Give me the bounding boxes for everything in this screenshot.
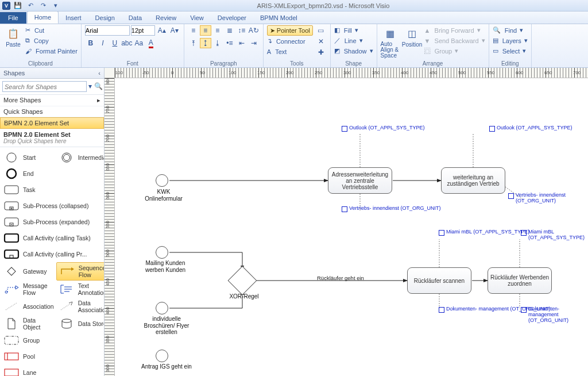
copy-button[interactable]: ⧉ Copy <box>25 36 78 45</box>
fill-button[interactable]: ◧ Fill ▾ <box>334 25 373 35</box>
align-left-button[interactable]: ≡ <box>188 25 199 36</box>
select-button[interactable]: ▭ Select ▾ <box>493 46 528 56</box>
group-button[interactable]: ⿴ Group ▾ <box>424 46 485 56</box>
position-button[interactable]: ◫Position <box>403 25 422 48</box>
task-weiterleitung[interactable]: weiterleitung an zuständigen Vertrieb <box>441 167 505 194</box>
shape-data-association[interactable]: Data Association <box>56 298 104 315</box>
align-justify-button[interactable]: ≣ <box>224 25 235 36</box>
align-center-button[interactable]: ≡ <box>200 25 211 36</box>
redo-icon[interactable]: ↷ <box>38 1 48 10</box>
shape-callactivity-task[interactable]: Call Activity (calling Task) <box>1 230 104 246</box>
tab-developer[interactable]: Developer <box>211 12 253 24</box>
text-tool-button[interactable]: A Text <box>267 47 313 56</box>
pointer-tool-button[interactable]: ➤Pointer Tool <box>267 25 313 36</box>
tab-insert[interactable]: Insert <box>59 12 88 24</box>
shape-gateway[interactable]: Gateway <box>1 262 56 281</box>
decrease-indent-button[interactable]: ⇤ <box>236 38 247 48</box>
svg-line-20 <box>6 303 17 310</box>
task-ruecklaufer-zuordnen[interactable]: Rückläufer Werbenden zuordnen <box>488 267 552 294</box>
align-bottom-button[interactable]: ⭳ <box>212 38 223 48</box>
task-adressenweiterleitung[interactable]: Adressenweiterleitung an zentrale Vertri… <box>328 167 392 194</box>
main-area: Shapes ‹ ▾ 🔍 More Shapes▸ Quick Shapes B… <box>0 68 588 376</box>
cut-button[interactable]: ✂ Cut <box>25 25 78 35</box>
tab-home[interactable]: Home <box>27 11 59 24</box>
underline-button[interactable]: U <box>109 38 121 48</box>
shape-group[interactable]: Group <box>1 332 104 348</box>
shape-end[interactable]: End <box>1 166 104 182</box>
align-top-button[interactable]: ⭱ <box>188 38 199 48</box>
shape-data-object[interactable]: Data Object <box>1 315 56 332</box>
shape-text-annotation[interactable]: Text Annotation <box>56 281 104 298</box>
select-icon: ▭ <box>493 47 498 55</box>
paste-button[interactable]: 📋 Paste <box>3 25 23 48</box>
shape-sequence-flow[interactable]: Sequence Flow <box>56 262 104 281</box>
att-doku-1-box <box>439 307 444 313</box>
strike-button[interactable]: abc <box>121 38 133 48</box>
shape-pool[interactable]: Pool <box>1 348 104 365</box>
tab-design[interactable]: Design <box>88 12 122 24</box>
tab-data[interactable]: Data <box>122 12 149 24</box>
orientation-button[interactable]: A↻ <box>248 25 260 36</box>
save-icon[interactable]: 💾 <box>13 1 23 10</box>
text-highlight-button[interactable]: Aa <box>133 38 145 48</box>
bullets-button[interactable]: •≡ <box>224 38 235 48</box>
qat-dropdown-icon[interactable]: ▾ <box>51 1 61 10</box>
start-event-kwk[interactable] <box>156 174 168 187</box>
italic-button[interactable]: I <box>97 38 109 48</box>
line-spacing-button[interactable]: ↕≡ <box>236 25 247 36</box>
shape-association[interactable]: Association <box>1 298 56 315</box>
search-dropdown-icon[interactable]: ▾ <box>88 81 92 91</box>
font-face-combo[interactable] <box>85 25 130 36</box>
start-event-broschueren[interactable] <box>156 302 168 314</box>
shape-intermediate[interactable]: Intermediate <box>56 149 104 166</box>
format-painter-button[interactable]: 🖌 Format Painter <box>25 46 78 56</box>
fill-icon: ◧ <box>334 26 340 34</box>
shape-task[interactable]: Task <box>1 182 104 198</box>
shape-subprocess-collapsed[interactable]: Sub-Process (collapsed) <box>1 198 104 214</box>
bring-forward-button[interactable]: ▲ Bring Forward ▾ <box>424 25 485 35</box>
line-button[interactable]: ／ Line ▾ <box>334 36 373 45</box>
tab-view[interactable]: View <box>183 12 211 24</box>
shape-lane[interactable]: Lane <box>1 365 104 376</box>
shrink-font-button[interactable]: A▾ <box>169 25 180 36</box>
att-miami-2-box <box>521 230 527 236</box>
grow-font-button[interactable]: A▴ <box>156 25 168 36</box>
search-icon[interactable]: 🔍 <box>94 81 103 91</box>
delete-tool-button[interactable]: ✕ <box>315 36 327 47</box>
shape-subprocess-expanded[interactable]: Sub-Process (expanded) <box>1 214 104 230</box>
font-color-button[interactable]: A <box>145 38 157 48</box>
font-size-combo[interactable] <box>131 25 155 36</box>
copy-icon: ⧉ <box>25 37 30 44</box>
start-event-mailing[interactable] <box>156 246 168 259</box>
align-right-button[interactable]: ≡ <box>212 25 223 36</box>
send-backward-button[interactable]: ▼ Send Backward ▾ <box>424 36 485 45</box>
rectangle-tool-button[interactable]: ▭ <box>315 25 327 36</box>
increase-indent-button[interactable]: ⇥ <box>248 38 260 48</box>
file-tab[interactable]: File <box>0 12 26 24</box>
align-middle-button[interactable]: ⭥ <box>200 38 211 48</box>
shape-message-flow[interactable]: Message Flow <box>1 281 56 298</box>
collapse-icon[interactable]: ‹ <box>98 70 100 76</box>
shapes-panel: Shapes ‹ ▾ 🔍 More Shapes▸ Quick Shapes B… <box>0 68 105 376</box>
shape-data-store[interactable]: Data Store <box>56 315 104 332</box>
connection-point-button[interactable]: ✚ <box>315 47 327 57</box>
bold-button[interactable]: B <box>85 38 96 48</box>
shape-start[interactable]: Start <box>1 149 56 166</box>
att-outlook-1: Outlook (OT_APPL_SYS_TYPE) <box>349 125 425 131</box>
find-button[interactable]: 🔍 Find ▾ <box>493 25 528 35</box>
shadow-button[interactable]: ◩ Shadow ▾ <box>334 46 373 56</box>
tab-bpmn-model[interactable]: BPMN Model <box>253 12 304 24</box>
connector-tool-button[interactable]: ↴ Connector <box>267 36 313 46</box>
auto-align-button[interactable]: ▦Auto Align & Space <box>381 25 400 59</box>
tab-review[interactable]: Review <box>149 12 183 24</box>
drawing-canvas[interactable]: KWK Onlineformular Adressenweiterleitung… <box>115 78 588 376</box>
stencil-bpmn-item[interactable]: BPMN 2.0 Element Set <box>0 117 104 129</box>
shape-callactivity-process[interactable]: Call Activity (calling Pr... <box>1 246 104 262</box>
task-ruecklaufer-scannen[interactable]: Rückläufer scannen <box>407 267 471 294</box>
start-event-antrag-igs[interactable] <box>156 350 168 362</box>
undo-icon[interactable]: ↶ <box>25 1 36 10</box>
layers-button[interactable]: ▤ Layers ▾ <box>493 36 528 45</box>
search-input[interactable] <box>2 81 87 92</box>
quick-shapes-item[interactable]: Quick Shapes <box>0 106 104 117</box>
more-shapes-item[interactable]: More Shapes▸ <box>0 95 104 106</box>
